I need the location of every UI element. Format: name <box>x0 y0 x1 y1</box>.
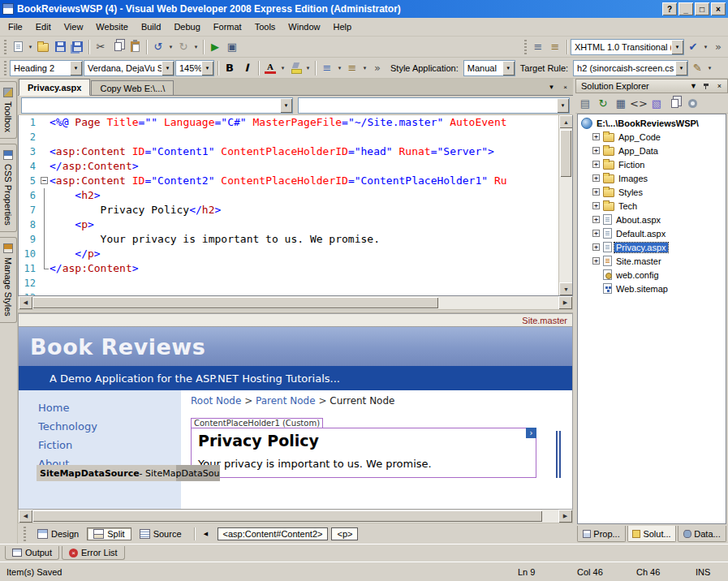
check-page-caret-icon[interactable]: ▼ <box>702 45 709 49</box>
close-document-icon[interactable]: × <box>559 81 571 93</box>
hscroll-track[interactable] <box>32 296 558 309</box>
align-caret-icon[interactable]: ▼ <box>336 66 343 71</box>
aspnet-configuration-icon[interactable] <box>684 95 700 111</box>
source-editor[interactable]: 1<%@ Page Title="" Language="C#" MasterP… <box>18 115 573 296</box>
expand-icon[interactable]: + <box>592 230 600 237</box>
panel-tab-prop[interactable]: Prop... <box>577 526 626 542</box>
editor-vertical-scrollbar[interactable]: ▲ ▼ <box>558 115 572 295</box>
design-view-button[interactable]: Design <box>31 527 85 540</box>
expand-icon[interactable]: + <box>592 133 600 140</box>
editor-horizontal-scrollbar[interactable]: ◀ ▶ <box>18 296 573 310</box>
split-view-button[interactable]: Split <box>87 527 131 540</box>
expand-icon[interactable]: + <box>592 257 600 265</box>
design-hscroll-thumb[interactable] <box>32 510 542 522</box>
hscroll-thumb[interactable] <box>32 297 438 308</box>
menu-view[interactable]: View <box>58 19 90 34</box>
target-rule-combo[interactable]: h2 (sinorcaish-screen.cs ▼ <box>573 60 688 76</box>
expand-icon[interactable]: + <box>592 147 600 154</box>
scroll-right-icon[interactable]: ▶ <box>558 296 572 309</box>
tree-item-site-master[interactable]: +Site.master <box>578 254 726 268</box>
nav-link-fiction[interactable]: Fiction <box>38 439 181 451</box>
tree-root[interactable]: E:\...\BookReviewsWSP\ <box>578 116 726 130</box>
chevron-down-icon[interactable]: ▼ <box>675 61 687 75</box>
chevron-down-icon[interactable]: ▼ <box>671 40 683 54</box>
menu-format[interactable]: Format <box>207 19 248 34</box>
undo-icon[interactable]: ↺ <box>150 39 166 55</box>
copy-website-icon[interactable] <box>666 95 683 111</box>
scroll-down-icon[interactable]: ▼ <box>559 282 573 295</box>
design-hscroll-track[interactable] <box>32 510 558 523</box>
tree-item-fiction[interactable]: +Fiction <box>578 157 726 171</box>
open-file-icon[interactable] <box>35 39 51 55</box>
font-color-icon[interactable]: A <box>262 60 278 76</box>
menu-debug[interactable]: Debug <box>167 19 206 34</box>
copy-icon[interactable] <box>110 39 126 55</box>
preview-icon[interactable]: ▣ <box>224 39 240 55</box>
font-size-combo[interactable]: 145% ▼ <box>175 60 214 76</box>
start-debugging-icon[interactable]: ▶ <box>207 39 223 55</box>
refresh-icon[interactable]: ↻ <box>595 95 611 111</box>
bullets-caret-icon[interactable]: ▼ <box>361 66 368 71</box>
expand-icon[interactable]: + <box>592 202 600 209</box>
tab-privacy-aspx[interactable]: Privacy.aspx <box>19 79 90 96</box>
more-formatting-icon[interactable]: » <box>369 60 386 76</box>
close-button[interactable]: × <box>711 2 726 15</box>
expand-icon[interactable]: + <box>592 161 600 168</box>
collapse-region-icon[interactable]: − <box>41 177 48 184</box>
menu-tools[interactable]: Tools <box>248 19 282 34</box>
cut-icon[interactable]: ✂ <box>93 39 109 55</box>
sitemapdatasource-control[interactable]: SiteMapDataSource - SiteMapDataSource1 <box>37 465 220 481</box>
bottom-tab-error-list[interactable]: ×Error List <box>62 546 125 560</box>
placeholder-actions-arrow-icon[interactable]: › <box>526 428 536 438</box>
italic-button[interactable]: I <box>239 60 255 76</box>
nest-related-files-icon[interactable]: ▦ <box>613 95 629 111</box>
tree-item-privacy-aspx[interactable]: +Privacy.aspx <box>578 240 726 254</box>
tree-item-web-config[interactable]: web.config <box>578 268 726 282</box>
help-button[interactable]: ? <box>662 2 677 15</box>
tree-item-images[interactable]: +Images <box>578 171 726 185</box>
expand-icon[interactable]: + <box>592 216 600 223</box>
view-code-icon[interactable]: <> <box>631 95 647 111</box>
tree-item-tech[interactable]: +Tech <box>578 199 726 213</box>
close-panel-icon[interactable]: × <box>713 80 726 92</box>
object-dropdown[interactable]: ▼ <box>21 97 293 114</box>
bullets-icon[interactable]: ≡ <box>344 60 360 76</box>
font-color-caret-icon[interactable]: ▼ <box>279 66 286 71</box>
window-position-caret-icon[interactable]: ▼ <box>687 80 700 92</box>
side-tab-manage-styles[interactable]: Manage Styles <box>0 237 17 323</box>
minimize-button[interactable]: _ <box>678 2 693 15</box>
bottom-tab-output[interactable]: Output <box>5 546 59 560</box>
highlight-caret-icon[interactable]: ▼ <box>304 66 312 71</box>
scroll-left-icon[interactable]: ◀ <box>19 510 32 523</box>
tab-list-caret-icon[interactable]: ▼ <box>545 81 558 93</box>
doctype-combo[interactable]: XHTML 1.0 Transitional ( ▼ <box>571 39 684 55</box>
tab-copy-web[interactable]: Copy Web E:\...\ <box>91 80 174 95</box>
chevron-down-icon[interactable]: ▼ <box>162 61 174 75</box>
chevron-down-icon[interactable]: ▼ <box>201 61 213 75</box>
tag-navigator-item[interactable]: <asp:Content#Content2> <box>218 527 329 540</box>
panel-tab-data[interactable]: Data... <box>678 526 726 542</box>
tree-item-about-aspx[interactable]: +About.aspx <box>578 213 726 226</box>
fold-start-marker[interactable]: − <box>40 174 50 188</box>
formatting-options-caret-icon[interactable]: ▼ <box>706 66 713 71</box>
chevron-down-icon[interactable]: ▼ <box>280 98 292 113</box>
design-view[interactable]: Book Reviews A Demo Application for the … <box>18 326 573 510</box>
tree-item-styles[interactable]: +Styles <box>578 185 726 199</box>
scroll-right-icon[interactable]: ▶ <box>558 510 572 523</box>
view-designer-icon[interactable]: ▧ <box>648 95 665 111</box>
maximize-button[interactable]: □ <box>695 2 709 15</box>
style-application-combo[interactable]: Manual ▼ <box>463 60 515 76</box>
style-combo[interactable]: Heading 2 ▼ <box>10 60 83 76</box>
scroll-up-icon[interactable]: ▲ <box>559 115 573 128</box>
chevron-down-icon[interactable]: ▼ <box>557 98 569 113</box>
save-icon[interactable] <box>52 39 68 55</box>
chevron-down-icon[interactable]: ▼ <box>502 61 515 75</box>
bold-button[interactable]: B <box>222 60 238 76</box>
nav-link-technology[interactable]: Technology <box>38 420 181 433</box>
vscroll-track[interactable] <box>559 128 572 282</box>
tree-item-app-data[interactable]: +App_Data <box>578 144 726 157</box>
format-list-icon[interactable]: ≡ <box>547 39 563 55</box>
nav-link-home[interactable]: Home <box>38 402 181 414</box>
event-dropdown[interactable]: ▼ <box>298 97 570 114</box>
tag-navigator-back-icon[interactable]: ◀ <box>200 527 212 540</box>
